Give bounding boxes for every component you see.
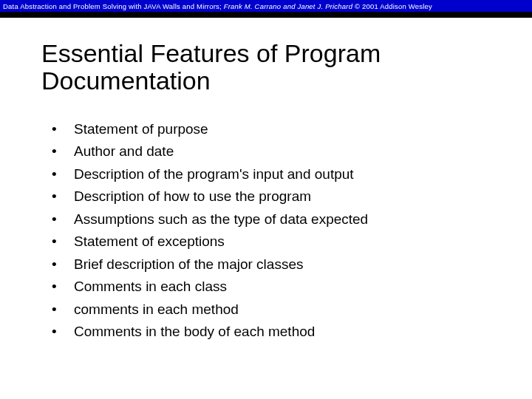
bullet-text: Description of the program's input and o… [74,164,354,185]
list-item: •Statement of purpose [52,119,517,140]
bullet-text: Description of how to use the program [74,186,311,208]
bullet-icon: • [52,254,74,276]
bullet-icon: • [52,141,74,163]
bullet-text: Comments in each class [74,276,227,298]
slide-content: Essential Features of Program Documentat… [0,18,532,343]
slide-title: Essential Features of Program Documentat… [41,40,517,95]
list-item: •Description of the program's input and … [52,164,517,185]
bullet-text: comments in each method [74,299,239,321]
list-item: •comments in each method [52,299,517,321]
list-item: •Author and date [52,141,517,163]
bullet-text: Statement of exceptions [74,231,225,253]
bullet-icon: • [52,209,74,231]
bullet-icon: • [52,276,74,298]
list-item: •Comments in the body of each method [52,321,517,343]
bullet-icon: • [52,231,74,253]
bullet-icon: • [52,299,74,321]
list-item: •Description of how to use the program [52,186,517,208]
bullet-text: Comments in the body of each method [74,321,315,343]
authors: Frank M. Carrano and Janet J. Prichard [224,2,352,10]
header-bar: Data Abstraction and Problem Solving wit… [0,0,532,18]
copyright: © 2001 Addison Wesley [352,2,432,10]
bullet-icon: • [52,119,74,140]
list-item: •Assumptions such as the type of data ex… [52,209,517,231]
bullet-text: Statement of purpose [74,119,208,140]
bullet-icon: • [52,321,74,343]
list-item: •Comments in each class [52,276,517,298]
list-item: •Brief description of the major classes [52,254,517,276]
bullet-text: Author and date [74,141,174,163]
bullet-icon: • [52,164,74,185]
bullet-list: •Statement of purpose •Author and date •… [41,119,517,343]
subtitle-prefix: Walls and Mirrors; [160,2,223,10]
bullet-text: Assumptions such as the type of data exp… [74,209,368,231]
bullet-text: Brief description of the major classes [74,254,303,276]
list-item: •Statement of exceptions [52,231,517,253]
book-title: Data Abstraction and Problem Solving wit… [3,2,160,10]
bullet-icon: • [52,186,74,208]
